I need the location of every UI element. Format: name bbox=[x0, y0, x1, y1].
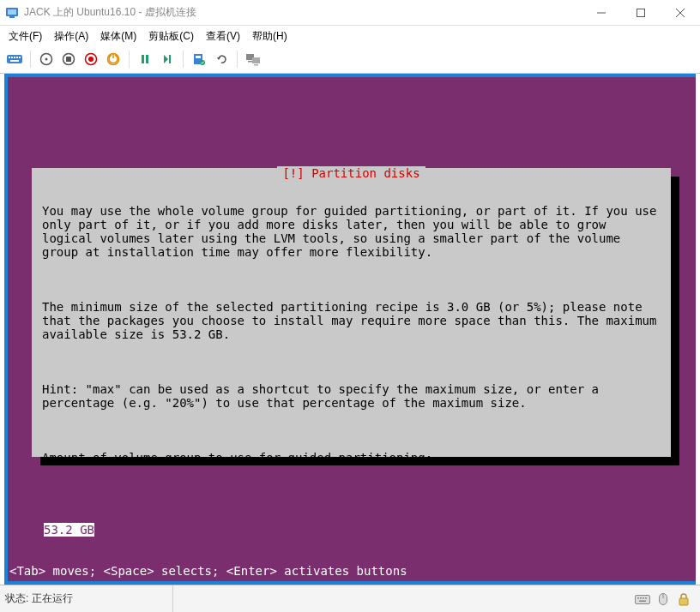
svg-rect-12 bbox=[19, 57, 21, 58]
status-label: 状态: 正在运行 bbox=[0, 591, 78, 606]
dialog-paragraph-3: Hint: "max" can be used as a shortcut to… bbox=[42, 382, 661, 410]
svg-rect-27 bbox=[196, 56, 201, 58]
svg-rect-7 bbox=[7, 55, 22, 63]
svg-rect-32 bbox=[248, 61, 252, 63]
svg-rect-1 bbox=[8, 9, 16, 15]
svg-rect-34 bbox=[636, 595, 650, 603]
svg-rect-8 bbox=[9, 57, 10, 58]
window-titlebar: JACK 上的 Ubuntu16.10 - 虚拟机连接 bbox=[0, 0, 700, 26]
svg-rect-38 bbox=[645, 597, 647, 599]
svg-rect-22 bbox=[142, 55, 144, 63]
keyboard-icon bbox=[635, 591, 650, 607]
svg-rect-37 bbox=[643, 597, 644, 599]
svg-rect-4 bbox=[637, 9, 645, 16]
svg-rect-42 bbox=[679, 598, 688, 605]
turnoff-button[interactable] bbox=[59, 50, 78, 69]
window-title: JACK 上的 Ubuntu16.10 - 虚拟机连接 bbox=[24, 5, 582, 20]
menu-action[interactable]: 操作(A) bbox=[54, 29, 88, 44]
menu-view[interactable]: 查看(V) bbox=[206, 29, 240, 44]
toolbar bbox=[0, 47, 700, 74]
maximize-button[interactable] bbox=[621, 0, 661, 26]
close-button[interactable] bbox=[661, 0, 700, 26]
dialog-title: [!] Partition disks bbox=[277, 166, 425, 180]
shutdown-button[interactable] bbox=[81, 50, 100, 69]
menu-file[interactable]: 文件(F) bbox=[9, 29, 42, 44]
app-icon bbox=[5, 6, 19, 20]
svg-rect-23 bbox=[146, 55, 148, 63]
svg-rect-2 bbox=[9, 16, 15, 18]
checkpoint-button[interactable] bbox=[190, 50, 208, 69]
menu-clipboard[interactable]: 剪贴板(C) bbox=[148, 29, 194, 44]
pause-button[interactable] bbox=[136, 50, 154, 69]
svg-rect-25 bbox=[169, 55, 171, 63]
svg-point-19 bbox=[88, 57, 94, 62]
save-button[interactable] bbox=[104, 50, 123, 69]
enhanced-session-button[interactable] bbox=[244, 50, 262, 69]
svg-rect-31 bbox=[252, 57, 260, 63]
footer-hint: <Tab> moves; <Space> selects; <Enter> ac… bbox=[8, 564, 407, 578]
volume-size-value: 53.2 GB bbox=[44, 523, 94, 537]
menu-bar: 文件(F) 操作(A) 媒体(M) 剪贴板(C) 查看(V) 帮助(H) bbox=[0, 26, 700, 47]
svg-rect-35 bbox=[637, 597, 639, 599]
svg-point-15 bbox=[45, 58, 48, 61]
svg-marker-29 bbox=[217, 57, 220, 60]
partition-dialog: [!] Partition disks You may use the whol… bbox=[32, 168, 671, 457]
menu-help[interactable]: 帮助(H) bbox=[252, 29, 287, 44]
revert-button[interactable] bbox=[212, 50, 231, 69]
svg-rect-39 bbox=[639, 600, 646, 602]
svg-rect-9 bbox=[11, 57, 13, 58]
svg-marker-24 bbox=[164, 55, 168, 63]
svg-rect-13 bbox=[10, 60, 19, 62]
svg-rect-36 bbox=[640, 597, 642, 599]
vm-console[interactable]: [!] Partition disks You may use the whol… bbox=[8, 77, 696, 581]
mouse-icon bbox=[655, 591, 671, 607]
svg-rect-33 bbox=[254, 64, 258, 66]
volume-size-input[interactable]: 53.2 GB bbox=[42, 523, 661, 537]
start-button[interactable] bbox=[37, 50, 56, 69]
status-divider bbox=[172, 585, 173, 612]
minimize-button[interactable] bbox=[582, 0, 621, 26]
status-bar: 状态: 正在运行 bbox=[0, 585, 700, 612]
svg-rect-17 bbox=[66, 57, 71, 62]
lock-icon bbox=[676, 591, 691, 607]
dialog-prompt: Amount of volume group to use for guided… bbox=[42, 451, 661, 465]
menu-media[interactable]: 媒体(M) bbox=[100, 29, 136, 44]
svg-rect-11 bbox=[16, 57, 18, 58]
svg-rect-10 bbox=[14, 57, 15, 58]
ctrl-alt-del-button[interactable] bbox=[5, 50, 24, 69]
dialog-paragraph-2: The minimum size of the selected partiti… bbox=[42, 300, 661, 341]
dialog-paragraph-1: You may use the whole volume group for g… bbox=[42, 204, 661, 259]
reset-button[interactable] bbox=[158, 50, 177, 69]
